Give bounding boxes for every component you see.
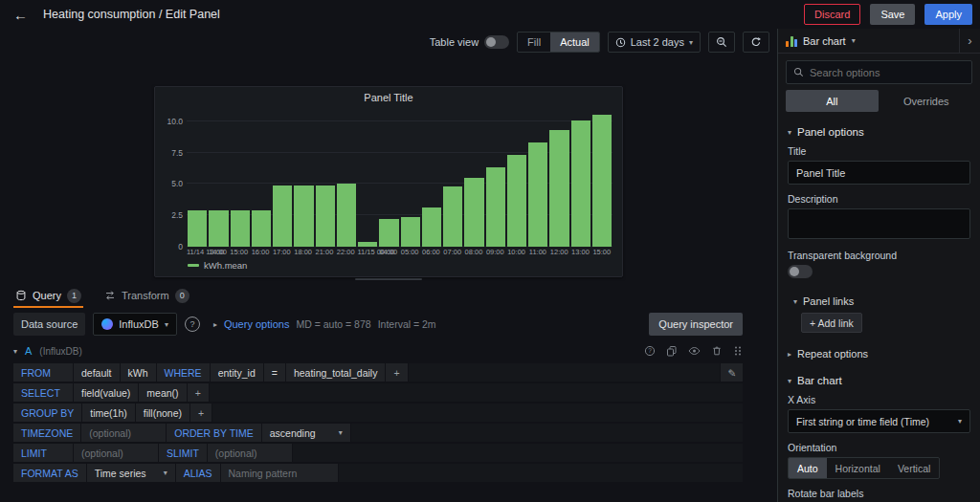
tab-query[interactable]: Query 1	[13, 283, 83, 308]
gridline	[187, 152, 612, 153]
query-part-value[interactable]: fill(none)	[136, 404, 189, 422]
chevron-down-icon: ▾	[165, 320, 168, 329]
options-search[interactable]	[786, 60, 972, 84]
datasource-label: Data source	[13, 313, 85, 336]
query-part-value[interactable]: mean()	[139, 383, 186, 402]
table-view-switch[interactable]	[484, 35, 509, 49]
x-tick-label: 16:00	[251, 248, 270, 259]
query-part-keyword[interactable]: LIMIT	[13, 444, 73, 462]
options-search-row	[778, 54, 980, 90]
trash-icon[interactable]	[711, 345, 723, 357]
query-part-input[interactable]: Naming pattern	[221, 464, 338, 482]
query-inspector-button[interactable]: Query inspector	[649, 313, 743, 336]
eye-icon[interactable]	[688, 345, 701, 357]
panel-preview[interactable]: Panel Title 02.55.07.510.0 11/14 13:0014…	[154, 86, 623, 277]
save-button[interactable]: Save	[870, 4, 915, 25]
section-panel-links[interactable]: ▾ Panel links	[793, 289, 970, 313]
query-part-placeholder[interactable]: (optional)	[74, 444, 158, 462]
edit-pencil-icon[interactable]: ✎	[721, 363, 743, 382]
orientation-horizontal-button[interactable]: Horizontal	[827, 458, 889, 478]
query-part-select[interactable]: Time series▾	[87, 464, 175, 482]
datasource-picker[interactable]: InfluxDB ▾	[93, 313, 177, 336]
orientation-vertical-button[interactable]: Vertical	[889, 458, 939, 478]
tab-overrides[interactable]: Overrides	[880, 90, 973, 112]
tab-all[interactable]: All	[786, 90, 879, 112]
duplicate-icon[interactable]	[666, 345, 678, 357]
options-scroll: ▾ Panel options Title Description Transp…	[778, 119, 980, 502]
x-axis-field: X Axis First string or time field (Time)…	[788, 394, 970, 433]
x-tick-label: 21:00	[315, 248, 334, 259]
panel-options-label: Panel options	[797, 126, 864, 138]
orientation-field: Orientation Auto Horizontal Vertical	[788, 442, 970, 479]
time-range-picker[interactable]: Last 2 days ▾	[608, 32, 701, 53]
discard-button[interactable]: Discard	[804, 4, 860, 25]
datasource-help-icon[interactable]: ?	[185, 316, 200, 332]
transparent-background-toggle[interactable]	[788, 265, 813, 278]
query-part-value[interactable]: time(1h)	[82, 404, 135, 422]
panel-title-input[interactable]	[788, 161, 970, 185]
back-arrow-icon[interactable]: ←	[8, 8, 33, 22]
query-header[interactable]: ▾ A (InfluxDB) ?	[13, 340, 743, 361]
query-part-keyword[interactable]: ORDER BY TIME	[167, 424, 260, 442]
query-part-keyword[interactable]: WHERE	[157, 363, 210, 382]
query-part-placeholder[interactable]: (optional)	[208, 444, 292, 462]
query-part-keyword[interactable]: SLIMIT	[159, 444, 207, 462]
chart-bar	[273, 186, 292, 247]
query-part-value[interactable]: default	[74, 363, 120, 382]
section-panel-options[interactable]: ▾ Panel options	[788, 119, 970, 145]
x-tick-label: 09:00	[485, 248, 504, 259]
panel-preview-area: Panel Title 02.55.07.510.0 11/14 13:0014…	[0, 54, 777, 275]
query-part-select[interactable]: ascending▾	[262, 424, 350, 442]
transform-icon	[104, 290, 116, 301]
legend-label[interactable]: kWh.mean	[204, 260, 247, 271]
chevron-down-icon: ▾	[164, 469, 167, 477]
query-part-value[interactable]: kWh	[121, 363, 156, 382]
query-part-keyword[interactable]: SELECT	[13, 383, 73, 402]
section-repeat-options[interactable]: ▸ Repeat options	[788, 340, 970, 367]
query-row: LIMIT(optional)SLIMIT(optional)	[13, 444, 743, 462]
query-part-value[interactable]: =	[264, 363, 285, 382]
query-row-filler	[409, 363, 721, 382]
rotate-bar-labels-label: Rotate bar labels	[788, 488, 970, 499]
query-part-keyword[interactable]: GROUP BY	[13, 404, 81, 422]
tab-transform[interactable]: Transform 0	[102, 283, 191, 308]
apply-button[interactable]: Apply	[924, 4, 972, 25]
query-part-plus[interactable]: +	[190, 404, 212, 422]
chart-bar	[549, 130, 568, 247]
gridline	[187, 183, 612, 184]
viz-picker[interactable]: Bar chart ▾	[778, 29, 959, 53]
query-part-placeholder[interactable]: (optional)	[81, 424, 166, 442]
table-view-toggle[interactable]: Table view	[430, 35, 509, 49]
chart-bar	[231, 210, 250, 247]
description-textarea[interactable]	[788, 208, 970, 239]
query-part-value[interactable]: field(value)	[74, 383, 138, 402]
actual-button[interactable]: Actual	[550, 33, 599, 52]
x-axis-select[interactable]: First string or time field (Time) ▾	[788, 409, 970, 433]
query-options-toggle[interactable]: ▸ Query options MD = auto = 878 Interval…	[213, 318, 436, 330]
query-part-plus[interactable]: +	[188, 383, 209, 402]
collapse-pane-button[interactable]: ›	[959, 29, 980, 53]
query-part-keyword[interactable]: TIMEZONE	[13, 424, 80, 442]
y-tick-label: 5.0	[171, 179, 183, 188]
query-part-plus[interactable]: +	[386, 363, 407, 382]
drag-grip-icon[interactable]	[733, 345, 743, 357]
search-input[interactable]	[810, 67, 965, 78]
query-part-keyword[interactable]: FROM	[13, 363, 73, 382]
database-icon	[15, 290, 27, 301]
query-row-filler	[212, 404, 743, 422]
y-tick-label: 0	[178, 242, 183, 251]
query-part-keyword[interactable]: FORMAT AS	[13, 464, 86, 482]
query-part-keyword[interactable]: ALIAS	[176, 464, 220, 482]
chevron-down-icon[interactable]: ▾	[13, 347, 17, 356]
bottom-tabs: Query 1 Transform 0	[0, 283, 777, 308]
fill-button[interactable]: Fill	[518, 33, 550, 52]
query-part-value[interactable]: heating_total_daily	[286, 363, 386, 382]
orientation-auto-button[interactable]: Auto	[789, 458, 827, 478]
query-part-value[interactable]: entity_id	[211, 363, 263, 382]
help-icon[interactable]: ?	[644, 345, 656, 357]
refresh-button[interactable]	[743, 32, 769, 53]
add-link-button[interactable]: + Add link	[801, 313, 862, 333]
zoom-out-button[interactable]	[708, 32, 735, 53]
bar-chart-section-label: Bar chart	[797, 375, 842, 386]
section-bar-chart[interactable]: ▾ Bar chart	[788, 367, 970, 394]
